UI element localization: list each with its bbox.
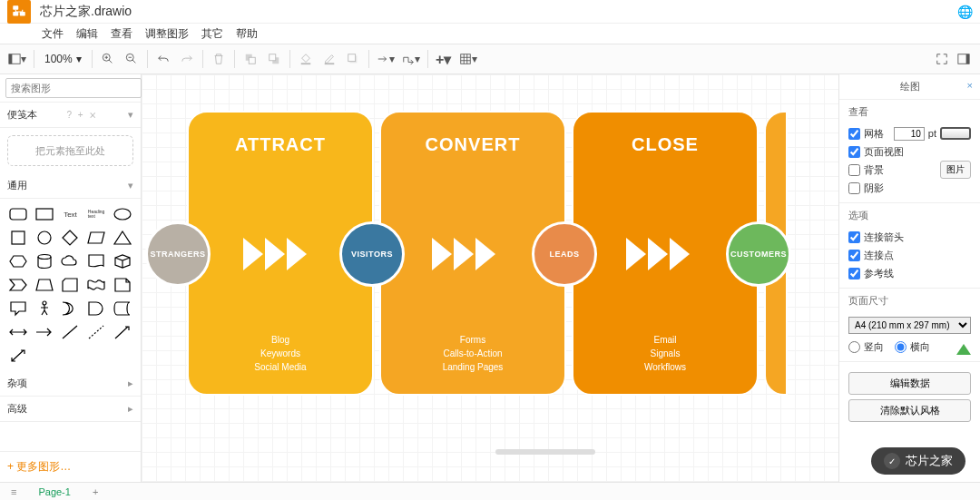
shape-datastore[interactable]: [111, 299, 133, 319]
fullscreen-icon[interactable]: [931, 47, 953, 71]
menu-adjust[interactable]: 调整图形: [145, 26, 189, 42]
sidebar-toggle-icon[interactable]: ▾: [5, 47, 29, 71]
shape-palette: Text Headingtext: [0, 199, 141, 371]
shape-callout[interactable]: [7, 299, 30, 319]
horizontal-scrollbar[interactable]: [495, 449, 595, 455]
shape-tape[interactable]: [85, 275, 108, 295]
shape-cylinder[interactable]: [34, 251, 56, 271]
shape-line-both[interactable]: [7, 346, 30, 366]
grid-size-input[interactable]: [894, 127, 925, 141]
shape-ellipse[interactable]: [111, 204, 133, 224]
to-back-icon[interactable]: [263, 47, 285, 71]
landscape-radio[interactable]: [895, 341, 906, 353]
background-checkbox[interactable]: [848, 164, 860, 176]
pageview-checkbox[interactable]: [848, 146, 860, 158]
section-pagesize: 页面尺寸: [848, 294, 971, 308]
shape-triangle[interactable]: [111, 228, 133, 248]
shape-note[interactable]: [111, 275, 133, 295]
line-color-icon[interactable]: [318, 47, 340, 71]
shape-actor[interactable]: [34, 299, 56, 319]
shape-document[interactable]: [85, 251, 108, 271]
guides-checkbox[interactable]: [848, 268, 860, 279]
scratchpad-dropzone[interactable]: 把元素拖至此处: [7, 135, 133, 166]
undo-icon[interactable]: [152, 47, 174, 71]
circle-visitors[interactable]: VISITORS: [339, 221, 405, 287]
tab-page1[interactable]: Page-1: [29, 486, 79, 497]
pages-menu-icon[interactable]: ≡: [5, 486, 22, 497]
advanced-header[interactable]: 高级▸: [0, 397, 141, 422]
shape-line[interactable]: [59, 322, 82, 342]
shape-and[interactable]: [85, 299, 108, 319]
shape-hexagon[interactable]: [7, 251, 30, 271]
circle-leads[interactable]: LEADS: [532, 221, 597, 287]
more-shapes-button[interactable]: + 更多图形…: [0, 451, 141, 482]
fill-color-icon[interactable]: [295, 47, 317, 71]
shape-diamond[interactable]: [59, 228, 82, 248]
shadow-checkbox[interactable]: [848, 182, 860, 194]
zoom-in-icon[interactable]: [97, 47, 119, 71]
format-panel-icon[interactable]: [953, 47, 975, 71]
shape-dashed[interactable]: [85, 322, 108, 342]
to-front-icon[interactable]: [240, 47, 261, 71]
shape-rect-rounded[interactable]: [7, 204, 30, 224]
bg-image-button[interactable]: 图片: [940, 161, 971, 179]
shape-cloud[interactable]: [59, 251, 82, 271]
shape-or[interactable]: [59, 299, 82, 319]
canvas[interactable]: ATTRACT BlogKeywordsSocial Media CONVERT…: [142, 74, 838, 482]
circle-strangers[interactable]: STRANGERS: [145, 221, 211, 287]
shape-trapezoid[interactable]: [34, 275, 56, 295]
connpoint-checkbox[interactable]: [848, 250, 860, 261]
search-input[interactable]: [5, 78, 142, 98]
shadow-icon[interactable]: [342, 47, 364, 71]
document-title[interactable]: 芯片之家.drawio: [40, 4, 132, 20]
menu-file[interactable]: 文件: [42, 26, 64, 42]
shape-cube[interactable]: [111, 251, 133, 271]
general-header[interactable]: 通用▾: [0, 173, 141, 199]
menu-other[interactable]: 其它: [201, 26, 223, 42]
shape-textbox[interactable]: Headingtext: [85, 204, 108, 224]
connarrow-checkbox[interactable]: [848, 231, 860, 243]
language-icon[interactable]: 🌐: [957, 5, 973, 19]
shape-card[interactable]: [59, 275, 82, 295]
menu-view[interactable]: 查看: [111, 26, 132, 42]
table-icon[interactable]: ▾: [456, 47, 480, 71]
shape-rect[interactable]: [34, 204, 56, 224]
circle-customers[interactable]: CUSTOMERS: [726, 221, 791, 287]
scratchpad-header[interactable]: 便笺本 ? + ⨯ ▾: [0, 103, 141, 128]
pagesize-select[interactable]: A4 (210 mm x 297 mm): [848, 317, 971, 334]
shape-arrow-both[interactable]: [7, 322, 30, 342]
menu-edit[interactable]: 编辑: [76, 26, 98, 42]
diagram: ATTRACT BlogKeywordsSocial Media CONVERT…: [187, 111, 793, 396]
shape-arrow[interactable]: [34, 322, 56, 342]
svg-rect-11: [300, 63, 310, 64]
grid-color-button[interactable]: [940, 127, 971, 140]
zoom-out-icon[interactable]: [121, 47, 142, 71]
clear-default-button[interactable]: 清除默认风格: [848, 399, 971, 422]
waypoint-icon[interactable]: ▾: [399, 47, 423, 71]
insert-icon[interactable]: +▾: [433, 47, 455, 71]
shape-line-arrow[interactable]: [111, 322, 133, 342]
shape-circle[interactable]: [34, 228, 56, 248]
scratchpad-hints[interactable]: ? + ⨯: [67, 110, 99, 120]
redo-icon[interactable]: [176, 47, 198, 71]
menu-help[interactable]: 帮助: [236, 26, 258, 42]
shape-parallelogram[interactable]: [85, 228, 108, 248]
collapse-icon[interactable]: [956, 344, 971, 355]
section-view: 查看: [848, 105, 971, 119]
svg-rect-18: [10, 209, 26, 220]
shape-square[interactable]: [7, 228, 30, 248]
shape-text[interactable]: Text: [59, 204, 82, 224]
svg-rect-10: [269, 54, 275, 61]
delete-icon[interactable]: [208, 47, 230, 71]
add-page-icon[interactable]: +: [87, 486, 103, 497]
connection-icon[interactable]: ▾: [374, 47, 397, 71]
misc-header[interactable]: 杂项▸: [0, 371, 141, 397]
close-icon[interactable]: ×: [967, 80, 973, 91]
shape-step[interactable]: [7, 275, 30, 295]
edit-data-button[interactable]: 编辑数据: [848, 372, 971, 395]
toolbar: ▾ 100%▾ ▾ ▾ +▾ ▾: [0, 44, 980, 74]
section-options: 选项: [848, 209, 971, 222]
portrait-radio[interactable]: [848, 341, 860, 353]
grid-checkbox[interactable]: [848, 128, 860, 140]
zoom-select[interactable]: 100%▾: [39, 47, 87, 71]
